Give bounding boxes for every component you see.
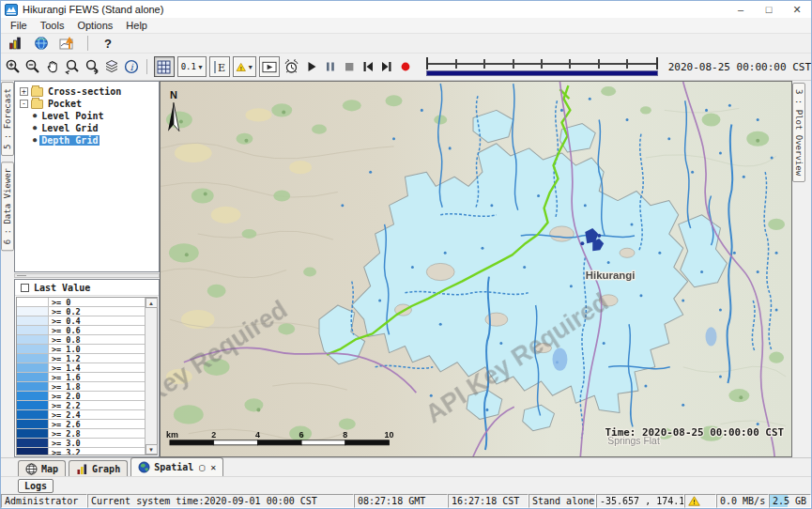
- toolbar-separator: [146, 59, 147, 74]
- menu-file[interactable]: File: [4, 20, 34, 31]
- legend-row: >= 0: [17, 298, 145, 307]
- status-warning-icon[interactable]: !: [684, 494, 716, 508]
- zoom-out-icon[interactable]: [24, 57, 41, 76]
- tree-item-pocket[interactable]: -Pocket: [15, 98, 159, 110]
- grid-display-button[interactable]: [154, 56, 175, 77]
- minimize-button[interactable]: –: [727, 1, 755, 18]
- map-time-label: Time: 2020-08-25 00:00:00 CST: [605, 426, 785, 439]
- stop-button[interactable]: [341, 57, 357, 76]
- threshold-dropdown[interactable]: 0.1 ▼: [177, 56, 207, 77]
- legend-color-swatch: [17, 448, 49, 455]
- legend-color-swatch: [17, 373, 49, 381]
- chevron-down-icon: ▼: [197, 64, 204, 70]
- tab-map[interactable]: Map: [18, 460, 66, 476]
- legend-row-label: >= 0.4: [49, 316, 145, 325]
- toolbar-separator: [87, 36, 88, 51]
- skip-to-start-button[interactable]: [360, 57, 375, 76]
- legend-color-swatch: [17, 335, 49, 344]
- zoom-next-icon[interactable]: [84, 57, 100, 76]
- time-slider-track[interactable]: [426, 57, 658, 69]
- skip-to-end-button[interactable]: [379, 57, 395, 76]
- menu-options[interactable]: Options: [70, 20, 119, 31]
- record-button[interactable]: [398, 57, 414, 76]
- scroll-down-icon[interactable]: ▼: [146, 444, 158, 455]
- status-user: Administrator: [1, 494, 87, 508]
- layers-icon[interactable]: [103, 57, 120, 76]
- warning-dropdown[interactable]: ! ▼: [233, 56, 256, 77]
- tab-graph[interactable]: Graph: [69, 460, 128, 476]
- tab-close-icon[interactable]: ✕: [210, 462, 216, 472]
- scroll-up-icon[interactable]: ▲: [146, 298, 158, 308]
- logs-button[interactable]: Logs: [18, 479, 54, 493]
- left-panel: +Cross-section-Pocket●Level Point●Level …: [14, 81, 160, 457]
- info-icon[interactable]: i: [123, 57, 140, 76]
- legend-row: >= 3.0: [17, 439, 145, 448]
- main-toolbar: ?: [1, 34, 811, 54]
- tree-item-level-grid[interactable]: ●Level Grid: [15, 122, 159, 134]
- legend-row: >= 1.0: [17, 345, 145, 354]
- panel-splitter[interactable]: [14, 273, 160, 278]
- tree-item-cross-section[interactable]: +Cross-section: [15, 85, 159, 98]
- legend-row: >= 2.2: [17, 401, 145, 410]
- legend-row: >= 0.8: [17, 335, 145, 345]
- menu-tools[interactable]: Tools: [34, 20, 71, 31]
- legend-color-swatch: [17, 316, 49, 325]
- legend-color-swatch: [17, 307, 49, 316]
- zoom-in-icon[interactable]: [5, 57, 22, 76]
- zoom-previous-icon[interactable]: [64, 57, 81, 76]
- close-button[interactable]: ✕: [783, 1, 811, 18]
- status-system-time: Current system time:2020-09-01 00:00 CST: [87, 494, 354, 508]
- map-render: API Key Required API Key Required Hikura…: [161, 82, 791, 456]
- legend-color-swatch: [17, 326, 49, 334]
- expand-icon[interactable]: +: [20, 87, 28, 96]
- legend-color-swatch: [17, 410, 49, 419]
- logs-panel-icon[interactable]: [5, 34, 25, 53]
- legend-row-label: >= 0.2: [49, 307, 145, 316]
- play-button[interactable]: [303, 57, 319, 76]
- place-label-hikurangi: Hikurangi: [586, 270, 636, 281]
- tree-item-level-point[interactable]: ●Level Point: [15, 110, 159, 122]
- legend-row-label: >= 2.6: [49, 420, 145, 428]
- animation-player-button[interactable]: [259, 56, 280, 77]
- labels-button[interactable]: E: [209, 56, 230, 77]
- spatial-display-icon[interactable]: [57, 34, 78, 53]
- legend-color-swatch: [17, 354, 49, 362]
- globe-icon[interactable]: [31, 34, 52, 53]
- legend-row: >= 0.6: [17, 326, 145, 335]
- right-tab-strip: 3 : Plot Overview: [792, 81, 811, 457]
- legend-scrollbar[interactable]: ▲ ▼: [145, 298, 157, 455]
- legend-row-label: >= 2.4: [49, 410, 145, 419]
- legend-color-swatch: [17, 382, 49, 391]
- legend-color-swatch: [17, 363, 49, 372]
- tab-spatial[interactable]: Spatial ▢ ✕: [130, 457, 223, 476]
- pause-button[interactable]: [322, 57, 338, 76]
- pan-hand-icon[interactable]: [44, 57, 61, 76]
- collapse-icon[interactable]: -: [20, 100, 28, 108]
- animation-timer-icon[interactable]: [283, 57, 300, 76]
- checkbox-icon[interactable]: [21, 284, 29, 292]
- tab-data-viewer[interactable]: 6 : Data Viewer: [1, 162, 14, 251]
- legend-row-label: >= 1.4: [49, 363, 145, 372]
- tab-restore-icon[interactable]: ▢: [199, 462, 205, 472]
- help-button[interactable]: ?: [98, 34, 118, 53]
- map-canvas[interactable]: API Key Required API Key Required Hikura…: [160, 81, 792, 457]
- menu-bar: File Tools Options Help: [1, 18, 811, 34]
- menu-help[interactable]: Help: [119, 20, 154, 31]
- app-window: Hikurangi FEWS (Stand alone) – □ ✕ File …: [0, 0, 812, 509]
- tab-plot-overview[interactable]: 3 : Plot Overview: [792, 83, 805, 182]
- maximize-button[interactable]: □: [755, 1, 783, 18]
- legend-color-swatch: [17, 298, 49, 306]
- time-slider[interactable]: [426, 57, 658, 76]
- globe-icon: [138, 461, 150, 473]
- legend-row-label: >= 2.0: [49, 392, 145, 400]
- tree-item-depth-grid[interactable]: ●Depth Grid: [15, 134, 159, 147]
- last-value-checkbox[interactable]: Last Value: [15, 280, 159, 296]
- legend-row: >= 2.8: [17, 429, 145, 439]
- last-value-label: Last Value: [34, 283, 90, 293]
- svg-text:4: 4: [255, 430, 260, 440]
- status-mode: Stand alone: [529, 494, 596, 508]
- time-span-bar[interactable]: [426, 70, 658, 76]
- status-network-speed: 0.0 MB/s: [716, 494, 769, 508]
- tree-item-label: Pocket: [46, 99, 84, 109]
- tab-forecast[interactable]: 5 : Forecast: [1, 82, 14, 156]
